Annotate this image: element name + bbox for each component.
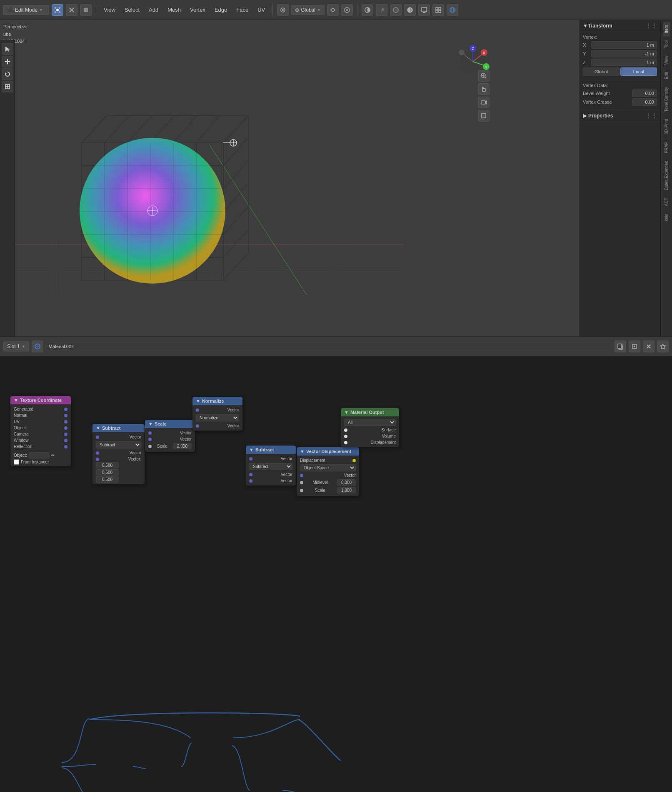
bevel-weight-input[interactable] [632, 90, 657, 97]
proportional-icon[interactable] [341, 4, 353, 16]
transform-panel-header[interactable]: ▼ Transform ⋮⋮ [580, 20, 660, 32]
sidebar-tab-prap[interactable]: PRAP [663, 139, 670, 157]
sidebar-tab-batex[interactable]: Batex Extended [663, 157, 670, 194]
render-icon[interactable] [418, 4, 430, 16]
select-tool[interactable] [2, 43, 13, 55]
norm-v-socket[interactable] [196, 424, 199, 428]
vd-midlevel-input[interactable] [337, 479, 356, 486]
material-pin-icon[interactable] [657, 341, 669, 352]
overlay-btn-3[interactable] [80, 4, 92, 16]
uv-menu[interactable]: UV [254, 5, 268, 15]
snap-icon[interactable] [327, 4, 339, 16]
transform-dropdown[interactable]: ⊕ Global ▼ [291, 5, 325, 15]
normalize-node[interactable]: ▼ Normalize Vector Normalize Vector [192, 397, 242, 431]
properties-options[interactable]: ⋮⋮ [645, 112, 657, 119]
fullscreen-icon[interactable] [432, 4, 444, 16]
vertex-crease-input[interactable] [632, 98, 657, 106]
properties-section-header[interactable]: ▶ Properties ⋮⋮ [580, 110, 660, 122]
scale-node[interactable]: ▼ Scale Vector Vector Scale [145, 420, 195, 452]
material-new-icon[interactable] [629, 341, 640, 352]
sidebar-tab-kekt[interactable]: kekt [663, 210, 670, 224]
vd-v-socket[interactable] [300, 474, 303, 477]
viewport-shading-2[interactable] [404, 4, 416, 16]
world-icon[interactable] [447, 4, 458, 16]
vd-scale-input[interactable] [337, 487, 356, 493]
sidebar-tab-edit[interactable]: Edit [663, 69, 670, 82]
material-delete-icon[interactable] [643, 341, 655, 352]
move-tool[interactable] [2, 56, 13, 67]
sidebar-tab-texel[interactable]: Texel Density [663, 84, 670, 115]
edge-menu[interactable]: Edge [211, 5, 230, 15]
vd-mid-socket[interactable] [300, 481, 303, 484]
camera-view-btn[interactable] [478, 97, 490, 108]
sub1-v1-socket[interactable] [96, 451, 99, 455]
mo-volume-socket[interactable] [344, 435, 347, 438]
overlay-toggle[interactable] [362, 4, 373, 16]
tc-window-socket[interactable] [64, 439, 67, 442]
norm-operation-select[interactable]: Normalize [196, 414, 239, 421]
subtract1-node[interactable]: ▼ Subtract Vector Subtract Vector Vector… [92, 424, 145, 484]
sidebar-tab-3dprint[interactable]: 3D-Print [663, 116, 670, 138]
tc-uv-socket[interactable] [64, 420, 67, 423]
sidebar-tab-item[interactable]: Item [663, 22, 670, 36]
tc-reflection-socket[interactable] [64, 445, 67, 448]
sub1-operation-select[interactable]: Subtract [96, 441, 141, 448]
zoom-in-btn[interactable] [478, 70, 490, 82]
local-btn[interactable]: Local [620, 67, 657, 76]
x-input[interactable] [591, 41, 657, 49]
vd-space-select[interactable]: Object Space Tangent Space World Space [300, 464, 356, 471]
hand-tool-btn[interactable] [478, 83, 490, 95]
sub2-in-socket[interactable] [249, 457, 252, 461]
viewport-area[interactable]: Perspective ube le 15/1024 X [0, 20, 579, 336]
mesh-menu[interactable]: Mesh [164, 5, 184, 15]
face-menu[interactable]: Face [233, 5, 252, 15]
viewport-shading-1[interactable] [390, 4, 402, 16]
sub1-val1-input[interactable] [96, 462, 119, 468]
tc-normal-socket[interactable] [64, 414, 67, 417]
vector-displacement-node[interactable]: ▼ Vector Displacement Displacement Objec… [297, 447, 359, 496]
y-input[interactable] [591, 50, 657, 57]
sub2-v2-socket[interactable] [249, 479, 252, 483]
orthographic-btn[interactable] [478, 110, 490, 122]
mo-surface-socket[interactable] [344, 428, 347, 432]
material-output-node[interactable]: ▼ Material Output All Surface Volume Dis… [341, 408, 399, 447]
tc-object-input[interactable] [29, 452, 50, 458]
norm-in-socket[interactable] [196, 408, 199, 412]
vd-disp-out-socket[interactable] [352, 459, 356, 462]
material-sphere-icon[interactable] [32, 341, 43, 352]
slot-dropdown[interactable]: Slot 1 ▼ [3, 341, 29, 351]
mo-target-select[interactable]: All [344, 419, 396, 426]
add-menu[interactable]: Add [145, 5, 162, 15]
vd-scale-socket[interactable] [300, 489, 303, 492]
select-menu[interactable]: Select [121, 5, 143, 15]
sub1-val2-input[interactable] [96, 469, 119, 476]
subtract2-node[interactable]: ▼ Subtract Vector Subtract Vector Vector [246, 446, 296, 486]
sub1-val3-input[interactable] [96, 476, 119, 483]
scale-value-input[interactable] [173, 443, 192, 449]
sub2-operation-select[interactable]: Subtract [249, 463, 292, 470]
gizmo-toggle[interactable] [376, 4, 387, 16]
panel-options[interactable]: ⋮⋮ [645, 22, 657, 29]
sub1-v2-socket[interactable] [96, 458, 99, 461]
overlay-btn-1[interactable] [52, 4, 63, 16]
material-copy-icon[interactable] [615, 341, 626, 352]
scale-tool[interactable] [2, 81, 13, 92]
tc-camera-socket[interactable] [64, 433, 67, 436]
scale-s-socket[interactable] [148, 445, 152, 448]
sub1-in-socket[interactable] [96, 436, 99, 439]
sub2-v1-socket[interactable] [249, 473, 252, 476]
texture-coord-node[interactable]: ▼ Texture Coordinate Generated Normal UV… [10, 396, 71, 466]
tc-generated-socket[interactable] [64, 408, 67, 411]
sidebar-tab-act[interactable]: ACT [663, 194, 670, 209]
global-btn[interactable]: Global [583, 67, 620, 76]
tc-from-instancer-check[interactable] [14, 459, 19, 465]
sidebar-tab-tool[interactable]: Tool [663, 37, 670, 51]
view-menu[interactable]: View [100, 5, 119, 15]
material-name-field[interactable]: Material.002 [46, 343, 612, 350]
rotate-tool[interactable] [2, 68, 13, 80]
overlay-btn-2[interactable] [66, 4, 77, 16]
scale-in-socket[interactable] [148, 431, 152, 435]
tc-object-socket[interactable] [64, 426, 67, 430]
snapping-icon[interactable] [277, 4, 289, 16]
mode-dropdown[interactable]: ⬛ Edit Mode ▼ [3, 5, 49, 15]
